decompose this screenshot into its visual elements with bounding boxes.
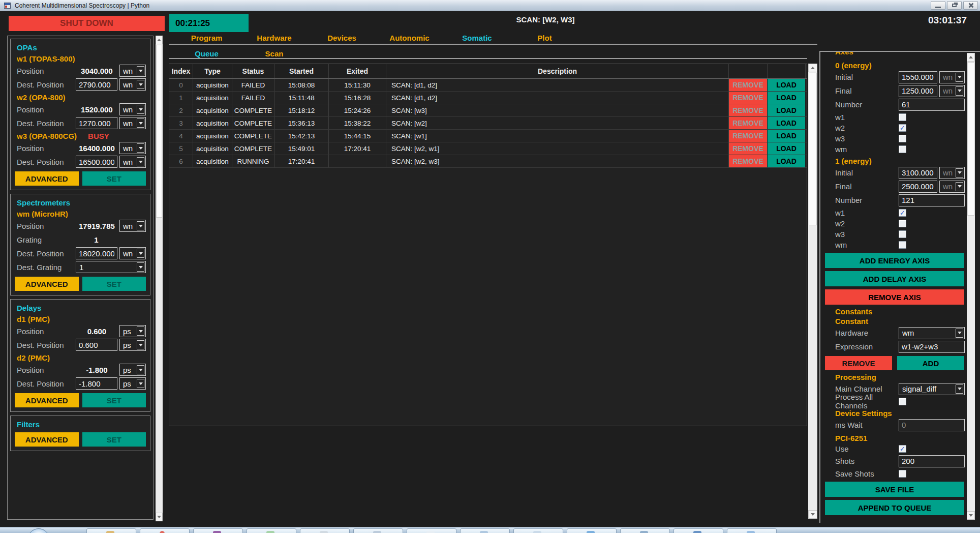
tab-program[interactable]: Program [173, 34, 240, 42]
d1-dest-position-input[interactable] [76, 339, 117, 351]
axis1-w2-checkbox[interactable] [899, 220, 906, 227]
w3-dest-position-input[interactable] [76, 156, 117, 168]
d2-position-unit-select[interactable]: ps [119, 364, 146, 376]
taskbar-app-button[interactable] [460, 528, 510, 533]
taskbar-app-button[interactable] [620, 528, 670, 533]
scroll-up-icon[interactable] [808, 64, 817, 72]
w3-position-unit-select[interactable]: wn [119, 142, 146, 154]
d1-position-unit-select[interactable]: ps [119, 325, 146, 337]
sidebar-scrollbar-thumb[interactable] [156, 45, 162, 218]
w1-position-unit-select[interactable]: wn [119, 65, 146, 77]
taskbar-app-button[interactable] [727, 528, 777, 533]
axis0-number-input[interactable] [899, 99, 965, 111]
shutdown-button[interactable]: SHUT DOWN [9, 16, 165, 31]
load-button[interactable]: LOAD [768, 155, 805, 167]
axis1-wm-checkbox[interactable] [899, 241, 906, 249]
axis1-initial-unit-select[interactable]: wn [939, 167, 965, 179]
axis1-final-input[interactable] [899, 181, 937, 193]
taskbar-app-button[interactable] [300, 528, 350, 533]
taskbar-app-button[interactable] [567, 528, 617, 533]
filters-advanced-button[interactable]: ADVANCED [15, 432, 79, 447]
axis0-initial-unit-select[interactable]: wn [939, 71, 965, 83]
remove-axis-button[interactable]: REMOVE AXIS [825, 289, 964, 305]
load-button[interactable]: LOAD [768, 79, 805, 91]
constant-expression-input[interactable] [899, 341, 965, 353]
axis0-w1-checkbox[interactable] [899, 113, 906, 121]
scroll-up-icon[interactable] [156, 36, 163, 44]
queue-scrollbar[interactable] [808, 64, 817, 519]
opas-set-button[interactable]: SET [82, 171, 146, 186]
scan-panel-scrollbar[interactable] [967, 53, 975, 520]
minimize-button[interactable] [931, 1, 945, 10]
shots-input[interactable] [899, 455, 965, 467]
axis0-final-unit-select[interactable]: wn [939, 85, 965, 97]
wm-position-unit-select[interactable]: wn [119, 220, 146, 232]
axis0-initial-input[interactable] [899, 71, 937, 83]
axis0-final-input[interactable] [899, 85, 937, 97]
w1-dest-unit-select[interactable]: wn [119, 78, 146, 91]
remove-button[interactable]: REMOVE [729, 92, 767, 104]
axis1-final-unit-select[interactable]: wn [939, 181, 965, 193]
taskbar-app-button[interactable] [140, 528, 190, 533]
taskbar-app-button[interactable] [407, 528, 456, 533]
close-button[interactable] [963, 1, 978, 10]
d2-dest-position-input[interactable] [76, 377, 117, 390]
main-channel-select[interactable]: signal_diff [899, 383, 965, 395]
tab-devices[interactable]: Devices [308, 34, 376, 42]
tab-autonomic[interactable]: Autonomic [376, 34, 443, 42]
scroll-down-icon[interactable] [808, 510, 817, 519]
scroll-down-icon[interactable] [967, 511, 975, 520]
w1-dest-position-input[interactable] [76, 78, 117, 91]
taskbar-app-button[interactable] [673, 528, 723, 533]
remove-button[interactable]: REMOVE [729, 117, 767, 129]
constant-remove-button[interactable]: REMOVE [825, 356, 892, 370]
axis1-initial-input[interactable] [899, 167, 937, 179]
remove-button[interactable]: REMOVE [729, 142, 767, 155]
sidebar-scrollbar[interactable] [156, 36, 163, 521]
axis0-wm-checkbox[interactable] [899, 145, 906, 153]
axis0-w2-checkbox[interactable] [899, 124, 906, 132]
queue-scrollbar-thumb[interactable] [809, 73, 817, 225]
d1-dest-unit-select[interactable]: ps [119, 339, 146, 351]
scan-panel-scrollbar-thumb[interactable] [967, 62, 974, 216]
taskbar-app-button[interactable] [86, 528, 136, 533]
constant-hardware-select[interactable]: wm [899, 327, 965, 339]
wm-dest-unit-select[interactable]: wn [119, 247, 146, 259]
taskbar-app-button[interactable] [353, 528, 403, 533]
delays-advanced-button[interactable]: ADVANCED [15, 393, 79, 407]
w2-position-unit-select[interactable]: wn [119, 103, 146, 115]
constant-add-button[interactable]: ADD [897, 356, 964, 370]
spectrometers-set-button[interactable]: SET [82, 277, 146, 291]
opas-advanced-button[interactable]: ADVANCED [15, 171, 79, 186]
delays-set-button[interactable]: SET [82, 393, 146, 407]
use-checkbox[interactable] [899, 445, 906, 453]
remove-button[interactable]: REMOVE [729, 155, 767, 167]
axis1-w3-checkbox[interactable] [899, 230, 906, 238]
remove-button[interactable]: REMOVE [729, 79, 767, 91]
tab-hardware[interactable]: Hardware [240, 34, 308, 42]
save-shots-checkbox[interactable] [899, 470, 906, 478]
load-button[interactable]: LOAD [768, 130, 805, 142]
tab-scan[interactable]: Scan [240, 49, 308, 58]
wm-dest-grating-select[interactable]: 1 [76, 261, 146, 273]
axis1-number-input[interactable] [899, 194, 965, 206]
w2-dest-unit-select[interactable]: wn [119, 117, 146, 129]
remove-button[interactable]: REMOVE [729, 104, 767, 116]
axis1-w1-checkbox[interactable] [899, 209, 906, 217]
start-button[interactable] [27, 528, 50, 533]
d2-dest-unit-select[interactable]: ps [119, 377, 146, 390]
w2-dest-position-input[interactable] [76, 117, 117, 129]
scroll-down-icon[interactable] [156, 513, 163, 521]
load-button[interactable]: LOAD [768, 104, 805, 116]
append-to-queue-button[interactable]: APPEND TO QUEUE [825, 500, 964, 515]
save-file-button[interactable]: SAVE FILE [825, 482, 964, 497]
taskbar-app-button[interactable] [193, 528, 243, 533]
load-button[interactable]: LOAD [768, 92, 805, 104]
ms-wait-input[interactable] [899, 419, 965, 431]
process-all-checkbox[interactable] [899, 398, 906, 405]
wm-dest-position-input[interactable] [76, 247, 117, 259]
tab-somatic[interactable]: Somatic [443, 34, 511, 42]
load-button[interactable]: LOAD [768, 117, 805, 129]
remove-button[interactable]: REMOVE [729, 130, 767, 142]
spectrometers-advanced-button[interactable]: ADVANCED [15, 277, 79, 291]
